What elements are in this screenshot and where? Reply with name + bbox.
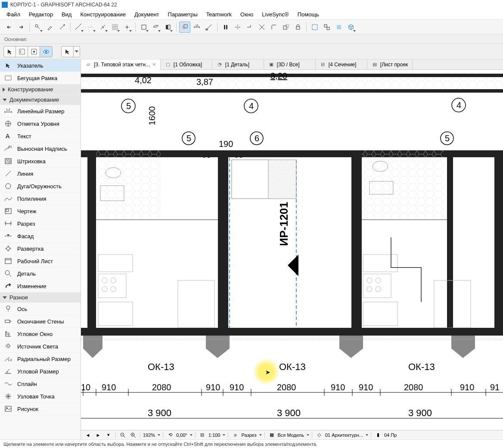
pick-button[interactable] [32,22,43,33]
menu-params[interactable]: Параметры [164,10,202,19]
box-button[interactable] [138,22,149,33]
zoom-value[interactable]: 192% [143,432,155,438]
tool-linear-dim[interactable]: 1.2Линейный Размер [0,105,81,118]
tool-wall-end[interactable]: Окончание Стены [0,315,81,328]
scale-value[interactable]: 1:100 [208,432,220,438]
tool-worksheet[interactable]: Рабочий Лист [0,255,81,268]
tool-arc[interactable]: Дуга/Окружность [0,180,81,193]
tool-label-tool[interactable]: A1Выносная Надпись [0,143,81,155]
tool-marquee[interactable]: Бегущая Рамка [0,72,81,84]
menu-construct[interactable]: Конструирование [76,10,129,19]
tool-elevation[interactable]: Фасад [0,230,81,243]
toolbox-header-misc[interactable]: Разное [0,292,81,303]
tab-section[interactable]: ⊟ [4 Сечение] [316,59,367,69]
nav-back-button[interactable]: ◄ [84,431,92,439]
selection-partial-button[interactable] [16,47,28,57]
fillet-button[interactable] [268,22,279,33]
guide-line-button[interactable] [85,22,96,33]
layer-value[interactable]: 01 Архитектурн... [325,432,363,438]
svg-rect-97 [339,336,363,348]
measure-button[interactable] [203,22,214,33]
split-button[interactable] [232,22,243,33]
tab-label: [Лист проек [380,62,408,68]
suspend-button[interactable] [220,22,231,33]
tab-layout[interactable]: ▤ [Лист проек [367,59,413,69]
tab-close-button[interactable]: × [152,61,156,68]
nav-fwd-button[interactable]: ► [94,431,102,439]
svg-rect-94 [81,328,503,336]
angle-value[interactable]: 0,00° [176,432,187,438]
tool-detail[interactable]: Деталь [0,268,81,280]
orient-button[interactable]: ⟲ [166,431,174,439]
menu-file[interactable]: Файл [3,10,24,19]
tool-light[interactable]: Источник Света [0,340,81,353]
nav-menu-button[interactable]: ▾ [104,431,113,439]
adjust-button[interactable] [244,22,255,33]
intersect-button[interactable] [256,22,267,33]
menu-view[interactable]: Вид [58,10,76,19]
snap-button[interactable] [97,22,109,33]
toolbox-header-construct[interactable]: Конструирование [0,84,81,95]
tool-angular-dim[interactable]: Угловой Размер [0,365,81,378]
drawing-canvas[interactable]: 4,02 3,87 3,20 5 4 4 5 6 5 1600 190 60 6… [81,70,503,439]
half-button[interactable] [162,22,174,33]
tool-level-dim[interactable]: Отметка Уровня [0,118,81,130]
eyedrop-button[interactable] [44,22,56,33]
lock-button[interactable] [292,22,304,33]
selection-arrow-button[interactable] [4,47,16,57]
cube-icon: ▣ [268,62,274,68]
tool-corner-window[interactable]: Угловое Окно [0,328,81,340]
tool-radial-dim[interactable]: 1.2Радиальный Размер [0,353,81,365]
toolbox-header-document[interactable]: Документирование [0,95,81,105]
expand-icon [3,296,7,299]
menu-help[interactable]: Помощь [294,10,323,19]
tool-line[interactable]: Линия [0,168,81,180]
grid-button[interactable] [109,22,121,33]
tab-3d[interactable]: ▣ [3D / Все] [264,59,316,69]
tab-floorplan[interactable]: ▱ [3. Типовой этаж четн... × [81,59,161,70]
group-edit-button[interactable] [321,22,332,33]
pen-value[interactable]: 04 Пр [384,432,397,438]
tool-section[interactable]: Разрез [0,218,81,230]
snap-point-button[interactable] [121,22,133,33]
menu-livesync[interactable]: LiveSync® [258,10,292,19]
tool-hatch[interactable]: Штриховка [0,155,81,168]
tool-drawing[interactable]: Чертеж [0,205,81,218]
menu-document[interactable]: Документ [130,10,163,19]
model-value[interactable]: Вся Модель [278,432,304,438]
svg-rect-83 [178,280,214,328]
inject-button[interactable] [56,22,68,33]
cursor-dropdown-button[interactable] [74,47,80,57]
marquee-edit-button[interactable] [309,22,320,33]
show-button[interactable] [333,22,345,33]
zoom-out-button[interactable] [118,431,127,439]
menu-teamwork[interactable]: Teamwork [202,10,236,19]
menu-window[interactable]: Окно [236,10,257,19]
tool-hotspot[interactable]: Узловая Точка [0,390,81,403]
tool-polyline[interactable]: Полилиния [0,193,81,205]
tool-figure[interactable]: Рисунок [0,403,81,415]
ruler-button[interactable] [73,22,84,33]
view-type-value[interactable]: Разрез [241,432,256,438]
redo-button[interactable] [16,22,27,33]
tab-cover[interactable]: ▢ [1 Обложка] [161,59,212,69]
svg-rect-6 [168,25,170,29]
tool-axis[interactable]: Ось [0,303,81,315]
dimension-button[interactable]: 12 [191,22,202,33]
cut-plane-button[interactable] [150,22,161,33]
tool-spline[interactable]: Сплайн [0,378,81,390]
3d-button[interactable] [345,22,357,33]
menu-editor[interactable]: Редактор [25,10,57,19]
tool-text[interactable]: AТекст [0,130,81,143]
tool-pointer[interactable]: Указатель [0,59,81,72]
selection-quick-button[interactable] [40,47,52,57]
tab-detail[interactable]: ◔ [1 Деталь] [212,59,264,69]
trace-button[interactable] [179,22,190,33]
selection-direction-button[interactable] [28,47,40,57]
cursor-normal-button[interactable] [62,47,74,57]
resize-button[interactable] [280,22,292,33]
tool-change[interactable]: Изменение [0,280,81,292]
tool-interior-elev[interactable]: Развертка [0,243,81,255]
zoom-in-button[interactable] [129,431,137,439]
undo-button[interactable] [3,22,15,33]
